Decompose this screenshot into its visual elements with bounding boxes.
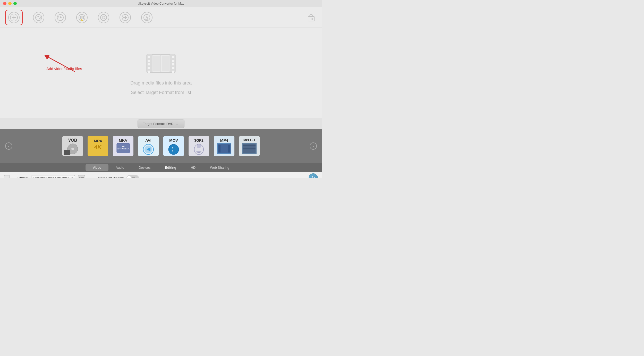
svg-rect-47: [64, 150, 70, 155]
add-small-button[interactable]: +: [4, 175, 10, 178]
maximize-button[interactable]: [13, 2, 17, 5]
folder-button[interactable]: [78, 175, 85, 178]
tools-button[interactable]: [120, 12, 131, 23]
svg-rect-38: [172, 60, 174, 62]
close-button[interactable]: [3, 2, 6, 5]
resize-icon: 📐: [76, 12, 88, 23]
format-items: VOB MP4 4K MKV: [12, 136, 310, 156]
svg-point-62: [172, 148, 175, 151]
main-drop-area[interactable]: Drag media files into this area Select T…: [0, 28, 322, 118]
minimize-button[interactable]: [8, 2, 12, 5]
svg-line-13: [105, 15, 106, 16]
vob-icon: VOB: [62, 136, 83, 156]
toggle-state: OFF: [132, 176, 137, 178]
mpeg1-icon: MPEG-1: [239, 136, 260, 156]
film-strip-icon: [144, 50, 178, 76]
svg-text:MP4: MP4: [220, 138, 228, 142]
svg-rect-36: [148, 71, 150, 73]
add-files-button[interactable]: [5, 10, 23, 25]
merge-toggle[interactable]: OFF: [126, 175, 139, 178]
svg-rect-18: [123, 17, 127, 18]
avi-icon: AVI: [138, 136, 159, 156]
format-item-vob[interactable]: VOB: [61, 136, 84, 156]
category-tabs: Video Audio Devices Editing HD Web Shari…: [0, 163, 322, 172]
svg-rect-39: [172, 63, 174, 65]
svg-rect-41: [172, 71, 174, 73]
svg-text:AVI: AVI: [145, 138, 151, 142]
add-icon: [8, 12, 20, 23]
watermark-button[interactable]: A: [141, 12, 152, 23]
svg-text:4K: 4K: [94, 144, 102, 150]
effects-button[interactable]: [98, 12, 109, 23]
svg-rect-31: [162, 56, 169, 71]
svg-text:MPEG-1: MPEG-1: [243, 138, 255, 142]
format-item-mkv[interactable]: MKV MATROSKA: [112, 136, 135, 156]
svg-rect-37: [172, 56, 174, 58]
svg-line-14: [105, 19, 106, 20]
convert-icon: [33, 12, 44, 23]
watermark-icon: A: [141, 12, 152, 23]
mp4-4k-icon: MP4 4K: [88, 136, 108, 156]
format-next-button[interactable]: ›: [310, 142, 317, 150]
mp4-icon: MP4: [214, 136, 234, 156]
format-item-mp4-4k[interactable]: MP4 4K: [86, 136, 109, 156]
chevron-down-icon: ⌄: [176, 121, 179, 126]
resize-button[interactable]: 📐: [76, 12, 88, 23]
bottom-bar: + Output: Ukeysoft Video Converter Merge…: [0, 172, 322, 178]
target-format-button[interactable]: Target Format: iDVD ⌄: [138, 120, 184, 128]
svg-rect-34: [148, 63, 150, 65]
svg-text:3GP2: 3GP2: [194, 138, 204, 142]
svg-rect-40: [172, 67, 174, 69]
convert-button[interactable]: [33, 12, 44, 23]
svg-point-3: [36, 14, 42, 21]
svg-line-15: [101, 19, 102, 20]
format-item-avi[interactable]: AVI: [137, 136, 160, 156]
select-format-text: Select Target Format from list: [131, 90, 191, 95]
3gp2-icon: 3GP2: [189, 136, 209, 156]
title-bar: Ukeysoft Video Converter for Mac: [0, 0, 322, 7]
drag-text: Drag media files into this area: [130, 80, 192, 86]
toggle-circle: [127, 176, 131, 178]
tab-editing[interactable]: Editing: [158, 164, 183, 171]
format-item-3gp2[interactable]: 3GP2: [187, 136, 210, 156]
svg-rect-32: [148, 56, 150, 58]
svg-text:MP4: MP4: [94, 139, 102, 143]
svg-rect-30: [153, 56, 160, 71]
format-prev-button[interactable]: ‹: [5, 142, 12, 150]
svg-rect-35: [148, 67, 150, 69]
format-item-mpeg1[interactable]: MPEG-1: [238, 136, 261, 156]
effects-icon: [98, 12, 109, 23]
format-panel: ‹ VOB MP4 4K: [0, 129, 322, 163]
output-select-wrap: Ukeysoft Video Converter: [31, 175, 75, 178]
target-format-label: Target Format: iDVD: [143, 122, 173, 126]
svg-point-10: [100, 14, 107, 21]
svg-text:MOV: MOV: [169, 138, 178, 142]
svg-text:MATROSKA: MATROSKA: [117, 147, 130, 150]
svg-point-46: [71, 148, 74, 150]
refresh-button[interactable]: ↻: [309, 173, 318, 178]
svg-rect-71: [218, 145, 221, 152]
refresh-icon: ↻: [311, 175, 315, 178]
history-icon: [55, 12, 66, 23]
svg-text:VOB: VOB: [68, 138, 77, 142]
merge-label: Merge All Videos:: [98, 176, 124, 178]
tab-audio[interactable]: Audio: [108, 164, 131, 171]
window-controls: [3, 2, 17, 5]
format-item-mov[interactable]: MOV: [162, 136, 185, 156]
tab-video[interactable]: Video: [86, 164, 108, 171]
store-icon: [306, 12, 317, 23]
svg-text:A: A: [146, 15, 148, 20]
mov-icon: MOV: [163, 136, 184, 156]
tab-devices[interactable]: Devices: [131, 164, 158, 171]
svg-text:📐: 📐: [81, 19, 83, 21]
store-button[interactable]: [306, 12, 317, 23]
history-button[interactable]: [55, 12, 66, 23]
tools-icon: [120, 12, 131, 23]
format-item-mp4[interactable]: MP4: [213, 136, 236, 156]
tab-hd[interactable]: HD: [183, 164, 203, 171]
svg-rect-33: [148, 60, 150, 62]
svg-text:MKV: MKV: [119, 138, 127, 142]
tab-web-sharing[interactable]: Web Sharing: [203, 164, 236, 171]
output-select[interactable]: Ukeysoft Video Converter: [31, 175, 75, 178]
svg-point-66: [197, 144, 201, 148]
